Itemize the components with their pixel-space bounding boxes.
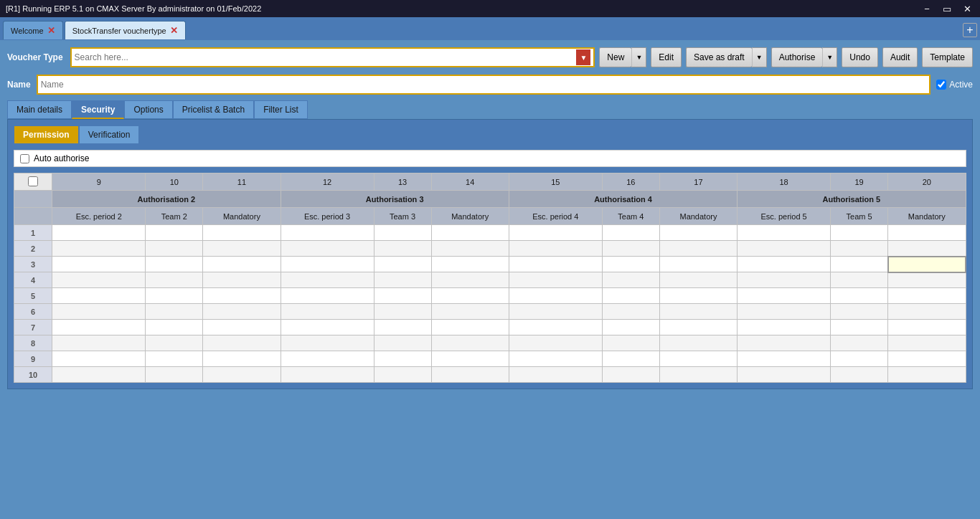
cell-r6-c15[interactable]	[509, 304, 602, 320]
cell-r5-c12[interactable]	[281, 288, 374, 304]
cell-r7-c9[interactable]	[52, 320, 146, 335]
cell-r6-c10[interactable]	[146, 304, 203, 320]
cell-r10-c16[interactable]	[602, 367, 659, 383]
cell-r6-c13[interactable]	[374, 304, 431, 320]
cell-r2-c12[interactable]	[281, 241, 374, 257]
cell-r5-c20[interactable]	[888, 288, 966, 304]
cell-r9-c14[interactable]	[431, 351, 509, 367]
tab-stocktransfer-close[interactable]: ✕	[170, 26, 178, 35]
search-dropdown-button[interactable]: ▼	[576, 49, 590, 65]
cell-r8-c20[interactable]	[888, 335, 966, 351]
cell-r8-c14[interactable]	[431, 335, 509, 351]
new-dropdown-button[interactable]: ▼	[631, 47, 646, 67]
tab-filter-list[interactable]: Filter List	[254, 100, 308, 119]
cell-r1-c19[interactable]	[831, 225, 888, 241]
cell-r8-c10[interactable]	[146, 335, 203, 351]
cell-r5-c17[interactable]	[659, 288, 737, 304]
sub-tab-permission[interactable]: Permission	[14, 125, 79, 144]
auto-authorise-checkbox[interactable]	[20, 154, 29, 163]
cell-r3-c17[interactable]	[659, 257, 737, 272]
cell-r10-c20[interactable]	[888, 367, 966, 383]
cell-r4-c14[interactable]	[431, 272, 509, 288]
cell-r7-c10[interactable]	[146, 320, 203, 335]
cell-r10-c14[interactable]	[431, 367, 509, 383]
cell-r3-c9[interactable]	[52, 257, 146, 272]
cell-r4-c18[interactable]	[738, 272, 831, 288]
cell-r10-c11[interactable]	[203, 367, 281, 383]
cell-r7-c16[interactable]	[602, 320, 659, 335]
cell-r8-c17[interactable]	[659, 335, 737, 351]
cell-r8-c11[interactable]	[203, 335, 281, 351]
cell-r4-c15[interactable]	[509, 272, 602, 288]
cell-r5-c10[interactable]	[146, 288, 203, 304]
tab-pricelist[interactable]: Pricelist & Batch	[173, 100, 254, 119]
authorise-button[interactable]: Authorise	[771, 47, 823, 67]
cell-r3-c12[interactable]	[281, 257, 374, 272]
active-checkbox[interactable]	[936, 80, 946, 90]
cell-r7-c14[interactable]	[431, 320, 509, 335]
tab-welcome-close[interactable]: ✕	[47, 26, 55, 35]
cell-r7-c13[interactable]	[374, 320, 431, 335]
cell-r9-c15[interactable]	[509, 351, 602, 367]
cell-r10-c19[interactable]	[831, 367, 888, 383]
minimize-button[interactable]: −	[920, 1, 934, 16]
cell-r7-c12[interactable]	[281, 320, 374, 335]
cell-r4-c20[interactable]	[888, 272, 966, 288]
cell-r4-c17[interactable]	[659, 272, 737, 288]
cell-r2-c13[interactable]	[374, 241, 431, 257]
cell-r5-c19[interactable]	[831, 288, 888, 304]
cell-r10-c10[interactable]	[146, 367, 203, 383]
cell-r2-c11[interactable]	[203, 241, 281, 257]
cell-r7-c18[interactable]	[738, 320, 831, 335]
sub-tab-verification[interactable]: Verification	[79, 125, 140, 144]
tab-security[interactable]: Security	[72, 100, 124, 119]
cell-r3-c18[interactable]	[738, 257, 831, 272]
cell-r3-c10[interactable]	[146, 257, 203, 272]
cell-r9-c11[interactable]	[203, 351, 281, 367]
cell-r10-c17[interactable]	[659, 367, 737, 383]
name-input[interactable]	[37, 75, 931, 95]
cell-r5-c11[interactable]	[203, 288, 281, 304]
cell-r7-c11[interactable]	[203, 320, 281, 335]
cell-r5-c9[interactable]	[52, 288, 146, 304]
cell-r9-c20[interactable]	[888, 351, 966, 367]
cell-r1-c18[interactable]	[738, 225, 831, 241]
cell-r5-c13[interactable]	[374, 288, 431, 304]
cell-r2-c15[interactable]	[509, 241, 602, 257]
cell-r3-c16[interactable]	[602, 257, 659, 272]
authorise-dropdown-button[interactable]: ▼	[822, 47, 837, 67]
cell-r1-c11[interactable]	[203, 225, 281, 241]
select-all-checkbox[interactable]	[28, 176, 38, 186]
undo-button[interactable]: Undo	[842, 47, 878, 67]
save-draft-button[interactable]: Save as draft	[686, 47, 752, 67]
tab-welcome[interactable]: Welcome ✕	[3, 21, 63, 39]
cell-r6-c9[interactable]	[52, 304, 146, 320]
cell-r10-c13[interactable]	[374, 367, 431, 383]
cell-r4-c10[interactable]	[146, 272, 203, 288]
cell-r10-c18[interactable]	[738, 367, 831, 383]
tab-stocktransfer[interactable]: StockTransfer vouchertype ✕	[65, 21, 186, 39]
cell-r1-c14[interactable]	[431, 225, 509, 241]
cell-r4-c9[interactable]	[52, 272, 146, 288]
cell-r1-c20[interactable]	[888, 225, 966, 241]
cell-r9-c10[interactable]	[146, 351, 203, 367]
cell-r5-c15[interactable]	[509, 288, 602, 304]
cell-r9-c17[interactable]	[659, 351, 737, 367]
cell-r10-c15[interactable]	[509, 367, 602, 383]
cell-r3-c14[interactable]	[431, 257, 509, 272]
save-draft-dropdown-button[interactable]: ▼	[752, 47, 767, 67]
cell-r10-c9[interactable]	[52, 367, 146, 383]
template-button[interactable]: Template	[922, 47, 973, 67]
cell-r2-c16[interactable]	[602, 241, 659, 257]
cell-r3-c11[interactable]	[203, 257, 281, 272]
cell-r8-c18[interactable]	[738, 335, 831, 351]
cell-r7-c19[interactable]	[831, 320, 888, 335]
cell-r2-c18[interactable]	[738, 241, 831, 257]
cell-r3-c13[interactable]	[374, 257, 431, 272]
cell-r4-c13[interactable]	[374, 272, 431, 288]
cell-r8-c9[interactable]	[52, 335, 146, 351]
cell-r2-c19[interactable]	[831, 241, 888, 257]
cell-r4-c11[interactable]	[203, 272, 281, 288]
cell-r5-c14[interactable]	[431, 288, 509, 304]
cell-r2-c20[interactable]	[888, 241, 966, 257]
